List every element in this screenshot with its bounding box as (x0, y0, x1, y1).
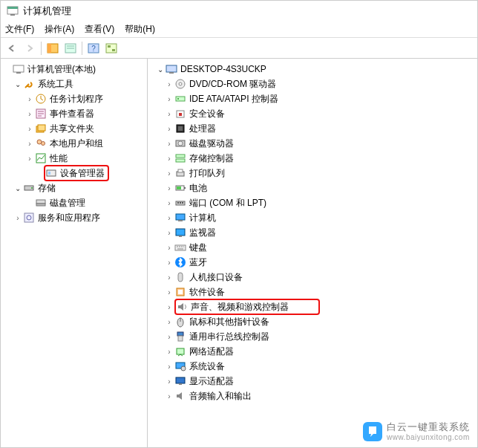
port-icon (174, 197, 186, 209)
tree-root[interactable]: 计算机管理(本地) (1, 62, 147, 77)
tree-item-share[interactable]: ›共享文件夹 (1, 121, 147, 136)
chevron-right-icon: › (24, 110, 35, 118)
svg-point-41 (178, 141, 183, 146)
refresh-button[interactable] (103, 40, 120, 56)
device-item-cpu[interactable]: ›处理器 (148, 121, 477, 136)
device-item-battery[interactable]: ›电池 (148, 181, 477, 195)
chevron-right-icon: › (164, 377, 174, 386)
svg-rect-69 (176, 377, 185, 383)
perf-icon (35, 152, 47, 164)
svg-rect-45 (178, 169, 183, 172)
tree-storage[interactable]: ⌄ 存储 (1, 181, 147, 195)
monitor-icon (174, 227, 186, 238)
computer-icon (166, 63, 177, 75)
device-item-keyboard[interactable]: ›键盘 (148, 240, 477, 255)
chevron-right-icon: › (24, 95, 35, 103)
battery-icon (174, 182, 186, 194)
chevron-right-icon: › (164, 199, 174, 207)
device-item-storage[interactable]: ›存储控制器 (148, 151, 477, 166)
device-item-monitor[interactable]: ›监视器 (148, 225, 477, 240)
mouse-icon (174, 316, 186, 328)
device-label: 软件设备 (189, 286, 225, 299)
tree-item-clock[interactable]: ›任务计划程序 (1, 91, 147, 106)
device-item-display[interactable]: ›显示适配器 (148, 374, 477, 389)
tree-item-users[interactable]: ›本地用户和组 (1, 136, 147, 151)
device-item-network[interactable]: ›网络适配器 (148, 344, 477, 359)
svg-rect-64 (177, 332, 183, 336)
back-button[interactable] (4, 40, 20, 56)
system-icon (174, 360, 186, 372)
device-item-system[interactable]: ›系统设备 (148, 359, 477, 374)
menu-action[interactable]: 操作(A) (45, 23, 74, 36)
help-button[interactable]: ? (85, 40, 102, 56)
device-item-port[interactable]: ›端口 (COM 和 LPT) (148, 195, 477, 210)
device-item-printer[interactable]: ›打印队列 (148, 166, 477, 181)
content-area: 计算机管理(本地) ⌄ 系统工具 ›任务计划程序›事件查看器›共享文件夹›本地用… (1, 59, 477, 447)
tree-item-event[interactable]: ›事件查看器 (1, 106, 147, 121)
chevron-right-icon: › (24, 125, 35, 133)
svg-rect-2 (10, 14, 15, 16)
forward-button[interactable] (22, 40, 38, 56)
device-item-audio[interactable]: ›音频输入和输出 (148, 389, 477, 403)
highlight-box: 设备管理器 (44, 165, 109, 181)
svg-rect-42 (176, 155, 185, 158)
keyboard-icon (174, 241, 186, 253)
device-item-sound[interactable]: ›声音、视频和游戏控制器 (148, 299, 477, 314)
device-item-hid[interactable]: ›人机接口设备 (148, 270, 477, 285)
device-item-security[interactable]: ›安全设备 (148, 106, 477, 121)
device-item-software[interactable]: ›软件设备 (148, 285, 477, 299)
device-item-mouse[interactable]: ›鼠标和其他指针设备 (148, 314, 477, 329)
svg-rect-18 (38, 125, 45, 131)
show-hide-button[interactable] (45, 40, 61, 56)
navigation-tree: 计算机管理(本地) ⌄ 系统工具 ›任务计划程序›事件查看器›共享文件夹›本地用… (1, 59, 148, 447)
tree-disk-management[interactable]: 磁盘管理 (1, 195, 147, 210)
device-root[interactable]: ⌄ DESKTOP-4S3UCKP (148, 62, 477, 77)
device-item-usb[interactable]: ›通用串行总线控制器 (148, 329, 477, 344)
chevron-right-icon: › (164, 333, 174, 341)
device-item-cd[interactable]: ›DVD/CD-ROM 驱动器 (148, 77, 477, 91)
svg-rect-34 (176, 97, 185, 101)
properties-button[interactable] (62, 40, 79, 56)
svg-point-25 (31, 187, 33, 189)
svg-rect-4 (48, 44, 51, 53)
svg-rect-56 (179, 236, 182, 237)
device-label: 监视器 (189, 227, 216, 239)
tree-label: 事件查看器 (50, 108, 94, 120)
toolbar-separator (41, 42, 42, 55)
device-item-computer[interactable]: ›计算机 (148, 210, 477, 225)
menu-view[interactable]: 查看(V) (85, 23, 114, 36)
device-icon (45, 167, 57, 179)
chevron-right-icon: › (164, 363, 174, 371)
display-icon (174, 375, 186, 387)
svg-point-52 (182, 202, 183, 204)
network-icon (174, 345, 186, 357)
chevron-right-icon: › (164, 392, 174, 400)
device-item-bluetooth[interactable]: ›蓝牙 (148, 255, 477, 270)
device-item-hdd[interactable]: ›磁盘驱动器 (148, 136, 477, 151)
sound-icon (176, 301, 188, 313)
svg-rect-39 (178, 126, 183, 131)
services-icon (23, 212, 35, 224)
tree-label: 存储 (38, 182, 56, 195)
svg-rect-22 (47, 170, 56, 176)
tree-services[interactable]: › 服务和应用程序 (1, 210, 147, 225)
menu-help[interactable]: 帮助(H) (125, 23, 155, 36)
device-label: 电池 (189, 182, 207, 195)
svg-rect-23 (48, 172, 50, 175)
tree-label: 任务计划程序 (50, 93, 103, 105)
watermark-url: www.baiyunxitong.com (387, 433, 470, 441)
device-item-ide[interactable]: ›IDE ATA/ATAPI 控制器 (148, 91, 477, 106)
device-label: 打印队列 (189, 167, 225, 180)
watermark: 白云一键重装系统 www.baiyunxitong.com (363, 422, 470, 441)
svg-rect-1 (7, 7, 18, 9)
tree-system-tools[interactable]: ⌄ 系统工具 (1, 77, 147, 91)
tree-item-perf[interactable]: ›性能 (1, 151, 147, 166)
chevron-right-icon: › (164, 273, 174, 282)
device-label: 人机接口设备 (189, 271, 243, 284)
svg-point-33 (179, 82, 182, 85)
chevron-right-icon: › (164, 169, 174, 178)
tree-item-device[interactable]: 设备管理器 (1, 166, 147, 181)
svg-rect-70 (179, 383, 182, 385)
menu-file[interactable]: 文件(F) (5, 23, 34, 36)
toolbar: ? (1, 38, 477, 59)
